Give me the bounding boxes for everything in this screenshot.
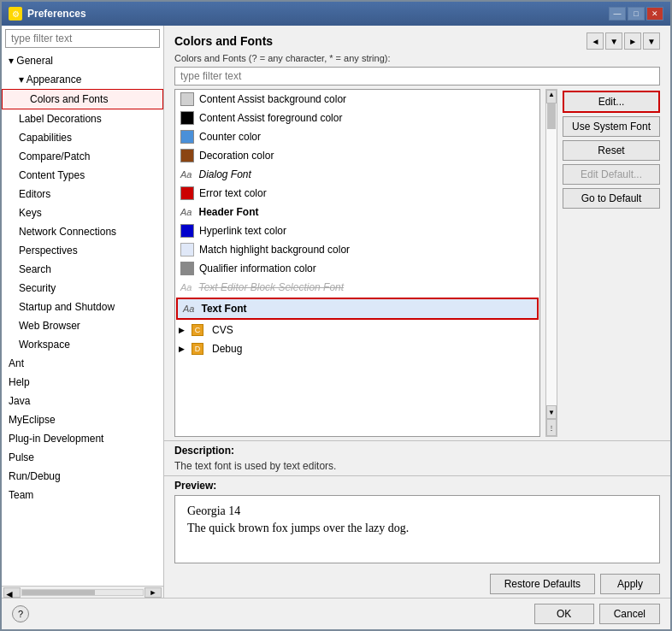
tree-area: ▾ General ▾ Appearance Colors and Fonts … [2,51,163,586]
sidebar-item-network-connections[interactable]: Network Connections [2,222,163,241]
sidebar: ▾ General ▾ Appearance Colors and Fonts … [2,26,164,598]
scroll-thumb[interactable] [22,590,95,595]
list-item[interactable]: Decoration color [175,146,539,165]
list-item[interactable]: Match highlight background color [175,240,539,259]
restore-defaults-button[interactable]: Restore Defaults [490,574,595,594]
sidebar-item-appearance[interactable]: ▾ Appearance [2,70,163,89]
sidebar-item-editors[interactable]: Editors [2,185,163,203]
sidebar-item-myeclipse[interactable]: MyEclipse [2,410,163,429]
cancel-button[interactable]: Cancel [599,604,660,624]
colors-filter-input[interactable] [174,67,660,86]
item-label: Error text color [199,186,267,201]
apply-button[interactable]: Apply [600,574,660,594]
scroll-thumb[interactable] [547,103,556,129]
sidebar-item-java[interactable]: Java [2,392,163,410]
colors-list-area: Content Assist background color Content … [174,89,660,437]
window-icon: ⚙ [9,7,22,21]
list-item-text-font[interactable]: Aa Text Font [176,298,539,320]
title-bar-left: ⚙ Preferences [9,7,86,21]
item-label: Content Assist background color [199,91,346,107]
sidebar-item-perspectives[interactable]: Perspectives [2,241,163,260]
sidebar-hscrollbar[interactable]: ◄ ► [2,586,163,598]
sidebar-item-capabilities[interactable]: Capabilities [2,128,163,147]
item-label: Decoration color [199,148,274,163]
forward-button[interactable]: ► [624,32,641,50]
expand-icon: ▶ [179,322,185,338]
list-item[interactable]: Qualifier information color [175,259,539,278]
use-system-font-button[interactable]: Use System Font [563,116,660,137]
ok-button[interactable]: OK [534,604,594,624]
list-item[interactable]: Counter color [175,127,539,146]
back-button[interactable]: ◄ [587,32,604,50]
main-content: ▾ General ▾ Appearance Colors and Fonts … [2,26,670,598]
help-button[interactable]: ? [12,605,29,622]
sidebar-item-security[interactable]: Security [2,279,163,298]
sidebar-item-web-browser[interactable]: Web Browser [2,316,163,335]
bottom-right: OK Cancel [534,604,660,624]
list-item[interactable]: Aa Header Font [175,203,539,221]
list-vscrollbar[interactable]: ▲ ▼ ⋮ [545,89,557,437]
close-button[interactable]: ✕ [646,7,663,21]
preview-section: Preview: Georgia 14 The quick brown fox … [164,475,670,570]
color-swatch [180,149,194,162]
sidebar-item-content-types[interactable]: Content Types [2,166,163,185]
title-bar-controls: — □ ✕ [609,7,663,21]
scroll-resize[interactable]: ⋮ [546,419,557,436]
scroll-track [546,103,557,405]
bottom-left: ? [12,605,29,622]
edit-button[interactable]: Edit... [563,91,660,113]
sidebar-item-pulse[interactable]: Pulse [2,448,163,467]
sidebar-item-general[interactable]: ▾ General [2,51,163,70]
sidebar-filter-input[interactable] [5,29,160,48]
preview-label: Preview: [174,480,660,492]
item-label: Hyperlink text color [199,223,286,239]
item-label: Qualifier information color [199,261,316,276]
right-panel: Colors and Fonts ◄ ▼ ► ▼ Colors and Font… [164,26,670,598]
list-item-debug-group[interactable]: ▶ D Debug [175,339,539,358]
minimize-button[interactable]: — [609,7,626,21]
list-item[interactable]: Hyperlink text color [175,221,539,240]
list-item[interactable]: Content Assist foreground color [175,109,539,127]
sidebar-item-workspace[interactable]: Workspace [2,335,163,354]
preview-font-name: Georgia 14 [187,504,647,518]
forward-dropdown-button[interactable]: ▼ [643,32,660,50]
scroll-up[interactable]: ▲ [546,90,557,103]
item-label: Debug [212,341,242,357]
sidebar-item-plugin-development[interactable]: Plug-in Development [2,429,163,448]
sidebar-item-search[interactable]: Search [2,260,163,279]
list-item[interactable]: Error text color [175,184,539,203]
list-item[interactable]: Aa Dialog Font [175,165,539,184]
reset-button[interactable]: Reset [563,140,660,161]
list-item[interactable]: Content Assist background color [175,90,539,109]
maximize-button[interactable]: □ [628,7,645,21]
dropdown-button[interactable]: ▼ [605,32,622,50]
sidebar-item-keys[interactable]: Keys [2,203,163,222]
sidebar-item-compare-patch[interactable]: Compare/Patch [2,147,163,166]
color-swatch [180,243,194,257]
description-section: Description: The text font is used by te… [164,440,670,475]
edit-default-button[interactable]: Edit Default... [563,164,660,185]
sidebar-item-run-debug[interactable]: Run/Debug [2,467,163,486]
font-prefix: Aa [180,280,192,295]
sidebar-item-colors-fonts[interactable]: Colors and Fonts [2,89,163,109]
sidebar-item-label-decorations[interactable]: Label Decorations [2,109,163,128]
scroll-down[interactable]: ▼ [546,405,557,419]
font-prefix: Aa [183,301,194,316]
sidebar-item-team[interactable]: Team [2,486,163,504]
color-swatch [180,111,194,125]
sidebar-item-startup[interactable]: Startup and Shutdow [2,298,163,316]
list-item-cvs-group[interactable]: ▶ C CVS [175,321,539,339]
scroll-track[interactable] [21,589,144,596]
buttons-panel: Edit... Use System Font Reset Edit Defau… [563,89,660,437]
panel-header: Colors and Fonts ◄ ▼ ► ▼ [164,26,670,53]
title-bar: ⚙ Preferences — □ ✕ [2,2,670,26]
sidebar-item-ant[interactable]: Ant [2,354,163,373]
scroll-right-btn[interactable]: ► [144,587,162,598]
go-to-default-button[interactable]: Go to Default [563,188,660,209]
sidebar-item-help[interactable]: Help [2,373,163,392]
color-swatch [180,130,194,144]
preview-box: Georgia 14 The quick brown fox jumps ove… [174,495,660,563]
scroll-left-btn[interactable]: ◄ [3,587,21,598]
list-item[interactable]: Aa Text Editor Block Selection Font [175,278,539,297]
item-label: Text Editor Block Selection Font [198,280,344,295]
